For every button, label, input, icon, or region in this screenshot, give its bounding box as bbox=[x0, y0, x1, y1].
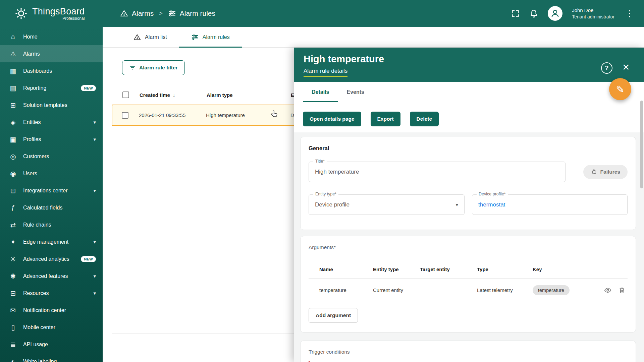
sidebar-item-label: Mobile center bbox=[23, 324, 96, 330]
sidebar-item-calculated-fields[interactable]: ƒ Calculated fields bbox=[0, 199, 103, 216]
eye-icon[interactable] bbox=[604, 287, 611, 294]
sidebar-item-label: Customers bbox=[23, 154, 96, 160]
title-field-label: Title* bbox=[313, 159, 327, 164]
device-profile-label: Device profile* bbox=[477, 192, 508, 196]
delete-button[interactable]: Delete bbox=[410, 112, 439, 126]
alarm-rule-details-panel: High temperature Alarm rule details ? ✕ … bbox=[294, 48, 644, 362]
sidebar-item-advanced-analytics[interactable]: ✳ Advanced analytics NEW bbox=[0, 250, 103, 267]
breadcrumb: Alarms > Alarm rules bbox=[120, 9, 215, 17]
argument-row: temperature Current entity Latest teleme… bbox=[309, 279, 628, 302]
panel-scrollbar[interactable] bbox=[640, 101, 643, 188]
sidebar-item-label: Dashboards bbox=[23, 68, 96, 74]
device-profile-value[interactable]: thermostat bbox=[478, 201, 505, 208]
filter-icon bbox=[129, 64, 136, 71]
app-name: ThingsBoard bbox=[32, 6, 85, 17]
sidebar-item-label: Home bbox=[23, 34, 96, 40]
sidebar-item-label: Profiles bbox=[23, 136, 88, 142]
breadcrumb-alarms[interactable]: Alarms bbox=[120, 9, 154, 17]
user-role: Tenant administrator bbox=[572, 14, 614, 20]
entity-type-select[interactable]: Entity type* Device profile ▾ bbox=[309, 194, 465, 215]
help-icon[interactable]: ? bbox=[601, 62, 612, 74]
sidebar-item-api-usage[interactable]: ≣ API usage bbox=[0, 336, 103, 353]
column-header-entity-type: Entity type bbox=[373, 266, 420, 272]
sidebar-item-reporting[interactable]: ▤ Reporting NEW bbox=[0, 79, 103, 97]
tab-label: Alarm list bbox=[145, 34, 167, 40]
alarm-rule-filter-button[interactable]: Alarm rule filter bbox=[122, 60, 185, 75]
sidebar-item-label: Alarms bbox=[23, 51, 96, 57]
select-all-checkbox[interactable] bbox=[122, 92, 129, 98]
sidebar-item-white-labeling[interactable]: ◐ White labeling bbox=[0, 353, 103, 362]
help-glyph: ? bbox=[605, 65, 609, 72]
breadcrumb-alarm-rules[interactable]: Alarm rules bbox=[168, 9, 215, 17]
chevron-down-icon: ▾ bbox=[93, 290, 96, 296]
thingsboard-logo[interactable]: ThingsBoard Professional bbox=[0, 6, 103, 21]
column-header-name: Name bbox=[319, 266, 373, 272]
export-button[interactable]: Export bbox=[371, 112, 400, 126]
close-icon[interactable]: ✕ bbox=[622, 63, 630, 72]
edit-fab-button[interactable]: ✎ bbox=[609, 78, 631, 100]
sidebar-item-resources[interactable]: ⊟ Resources ▾ bbox=[0, 285, 103, 302]
failures-button[interactable]: Failures bbox=[583, 165, 628, 179]
tune-icon bbox=[168, 9, 176, 17]
trash-icon[interactable] bbox=[618, 287, 626, 294]
edge-management-icon: ✦ bbox=[9, 238, 17, 246]
device-profile-field[interactable]: Device profile* thermostat bbox=[472, 194, 628, 215]
sidebar-item-label: API usage bbox=[23, 342, 96, 348]
sidebar-item-advanced-features[interactable]: ✱ Advanced features ▾ bbox=[0, 267, 103, 285]
chevron-down-icon: ▾ bbox=[93, 136, 96, 142]
breadcrumb-label: Alarms bbox=[132, 9, 154, 17]
row-checkbox[interactable] bbox=[122, 112, 128, 119]
sidebar-item-customers[interactable]: ◎ Customers bbox=[0, 148, 103, 165]
sidebar-item-home[interactable]: ⌂ Home bbox=[0, 28, 103, 45]
main-tabbar: Alarm list Alarm rules bbox=[103, 27, 644, 48]
thingsboard-logo-icon bbox=[14, 6, 28, 20]
tab-events[interactable]: Events bbox=[338, 82, 373, 102]
sidebar-item-notification-center[interactable]: ✉ Notification center bbox=[0, 302, 103, 319]
sidebar-item-profiles[interactable]: ▣ Profiles ▾ bbox=[0, 131, 103, 148]
sidebar-item-alarms[interactable]: ⚠ Alarms bbox=[0, 45, 103, 62]
chevron-down-icon: ▾ bbox=[93, 273, 96, 279]
details-panel-subtitle[interactable]: Alarm rule details bbox=[304, 68, 347, 77]
sidebar-item-users[interactable]: ◉ Users bbox=[0, 165, 103, 182]
sidebar-item-label: Reporting bbox=[23, 85, 75, 91]
sidebar-item-integrations-center[interactable]: ⊡ Integrations center ▾ bbox=[0, 182, 103, 199]
general-heading: General bbox=[309, 145, 628, 152]
arguments-table-header: Name Entity type Target entity Type Key bbox=[309, 260, 628, 279]
arguments-card: Arguments* Name Entity type Target entit… bbox=[300, 236, 636, 333]
tab-details[interactable]: Details bbox=[303, 82, 338, 102]
sidebar-item-dashboards[interactable]: ▦ Dashboards bbox=[0, 62, 103, 79]
column-header-truncated: E bbox=[291, 92, 294, 98]
filter-button-label: Alarm rule filter bbox=[139, 65, 178, 71]
trigger-conditions-card: Trigger conditions bbox=[300, 341, 636, 362]
fullscreen-icon[interactable] bbox=[511, 9, 520, 18]
tab-alarm-list[interactable]: Alarm list bbox=[121, 27, 179, 47]
dropdown-caret-icon: ▾ bbox=[455, 202, 458, 208]
add-argument-button[interactable]: Add argument bbox=[309, 308, 358, 323]
sidebar-item-mobile-center[interactable]: ▯ Mobile center bbox=[0, 319, 103, 336]
chevron-down-icon: ▾ bbox=[93, 188, 96, 194]
cell-entity-type: Current entity bbox=[373, 287, 420, 293]
column-header-label: Created time bbox=[140, 92, 170, 98]
trigger-conditions-heading: Trigger conditions bbox=[309, 349, 628, 355]
details-panel-tabs: Details Events bbox=[294, 82, 644, 102]
failures-button-label: Failures bbox=[600, 169, 620, 175]
resources-icon: ⊟ bbox=[9, 289, 17, 297]
sidebar-item-solution-templates[interactable]: ⊞ Solution templates bbox=[0, 97, 103, 114]
sidebar-item-label: Advanced features bbox=[23, 273, 88, 279]
notifications-bell-icon[interactable] bbox=[529, 9, 538, 18]
title-field[interactable]: Title* High temperature bbox=[309, 162, 566, 182]
tab-alarm-rules[interactable]: Alarm rules bbox=[179, 27, 242, 47]
user-avatar[interactable] bbox=[548, 6, 562, 21]
open-details-page-button[interactable]: Open details page bbox=[303, 112, 361, 126]
integrations-icon: ⊡ bbox=[9, 187, 17, 195]
mobile-center-icon: ▯ bbox=[9, 323, 17, 331]
sidebar-item-rule-chains[interactable]: ⇄ Rule chains bbox=[0, 216, 103, 233]
sidebar-item-edge-management[interactable]: ✦ Edge management ▾ bbox=[0, 233, 103, 250]
sidebar-item-label: White labeling bbox=[23, 359, 96, 362]
sidebar-item-label: Rule chains bbox=[23, 222, 96, 228]
column-header-alarm-type[interactable]: Alarm type bbox=[207, 92, 233, 98]
column-header-created-time[interactable]: Created time ↓ bbox=[140, 92, 175, 98]
kebab-menu-icon[interactable]: ⋮ bbox=[624, 8, 635, 19]
sidebar-item-entities[interactable]: ◈ Entities ▾ bbox=[0, 114, 103, 131]
app-subtitle: Professional bbox=[62, 16, 85, 21]
